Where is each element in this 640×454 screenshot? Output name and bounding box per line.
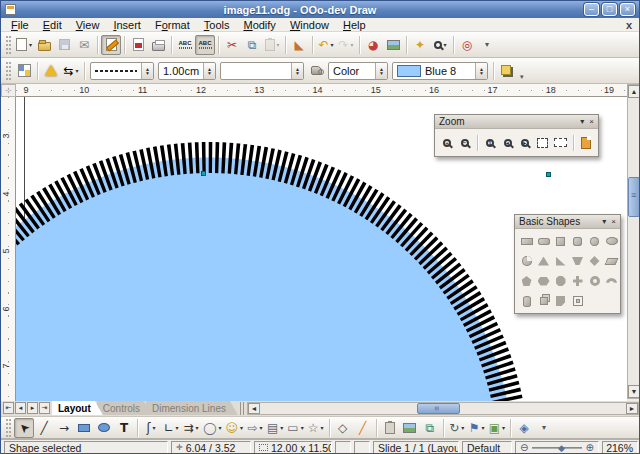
block-arrows-button[interactable]: ⇨▾ bbox=[245, 418, 265, 438]
dropdown-arrow-icon[interactable]: ▾ bbox=[218, 424, 221, 431]
cut-button[interactable]: ✂ bbox=[222, 35, 242, 55]
toolbar-grip[interactable] bbox=[6, 62, 11, 80]
toolbar-overflow-icon[interactable]: ▾ bbox=[520, 73, 524, 81]
zoom-slider-thumb[interactable]: ◆ bbox=[558, 443, 565, 453]
dropdown-arrow-icon[interactable]: ▾ bbox=[29, 41, 32, 48]
shape-octagon-button[interactable] bbox=[552, 273, 569, 289]
toolbar-grip[interactable] bbox=[6, 419, 11, 437]
line-button[interactable]: ╱ bbox=[34, 418, 54, 438]
close-button[interactable]: × bbox=[620, 3, 635, 16]
area-style-select[interactable]: Color ▲▼ bbox=[328, 62, 388, 80]
shape-cube-button[interactable] bbox=[535, 293, 552, 309]
format-paintbrush-button[interactable]: ◣ bbox=[289, 35, 309, 55]
dropdown-arrow-icon[interactable]: ▾ bbox=[331, 41, 334, 48]
save-button[interactable] bbox=[54, 35, 74, 55]
menu-help[interactable]: Help bbox=[336, 19, 373, 31]
menu-insert[interactable]: Insert bbox=[106, 19, 148, 31]
select-button[interactable]: ➤ bbox=[14, 418, 34, 438]
zoom-next-button[interactable]: ▸ bbox=[517, 132, 534, 153]
zoom-in-icon[interactable]: ⊕ bbox=[586, 443, 594, 453]
spinner[interactable]: ▲▼ bbox=[291, 63, 303, 79]
lines-and-arrows-button[interactable]: ⇉▾ bbox=[181, 418, 201, 438]
menu-format[interactable]: Format bbox=[148, 19, 197, 31]
new-document-button[interactable]: ▾ bbox=[14, 35, 34, 55]
callouts-button[interactable]: ▭▾ bbox=[285, 418, 305, 438]
undo-button[interactable]: ↶▾ bbox=[316, 35, 336, 55]
maximize-button[interactable]: □ bbox=[602, 3, 617, 16]
open-button[interactable] bbox=[34, 35, 54, 55]
splitter-handle[interactable] bbox=[240, 402, 244, 415]
shape-rounded-rectangle-button[interactable] bbox=[535, 233, 552, 249]
insert-picture-button[interactable] bbox=[400, 418, 420, 438]
dropdown-arrow-icon[interactable]: ▾ bbox=[153, 424, 156, 431]
dropdown-arrow-icon[interactable]: ▾ bbox=[277, 41, 280, 48]
line-style-select[interactable]: ▲▼ bbox=[90, 62, 154, 80]
area-dialog-button[interactable] bbox=[306, 61, 326, 81]
shadow-button[interactable] bbox=[497, 61, 517, 81]
connector-button[interactable]: ∟▾ bbox=[161, 418, 181, 438]
basic-shapes-titlebar[interactable]: Basic Shapes ▾ × bbox=[515, 215, 620, 229]
dropdown-arrow-icon[interactable]: ▾ bbox=[176, 424, 179, 431]
shape-block-arc-button[interactable] bbox=[603, 273, 620, 289]
dropdown-arrow-icon[interactable]: ▾ bbox=[196, 424, 199, 431]
arrange-button[interactable]: ▣▾ bbox=[487, 418, 507, 438]
dropdown-arrow-icon[interactable]: ▾ bbox=[444, 41, 447, 48]
status-position-cell[interactable]: ✛6.04 / 3.52 bbox=[171, 441, 251, 454]
scroll-up-icon[interactable]: ▲ bbox=[628, 85, 640, 98]
zoom-100-button[interactable]: 1 bbox=[482, 132, 499, 153]
paste-button[interactable]: ▾ bbox=[262, 35, 282, 55]
glue-points-button[interactable]: ╱ bbox=[353, 418, 373, 438]
scroll-down-icon[interactable]: ▼ bbox=[628, 385, 640, 398]
status-slide-cell[interactable]: Slide 1 / 1 (Layout) bbox=[373, 441, 459, 454]
shape-trapezoid-button[interactable] bbox=[569, 253, 586, 269]
auto-spellcheck-button[interactable]: ABC bbox=[195, 35, 215, 55]
scroll-right-icon[interactable]: ► bbox=[626, 403, 638, 414]
menu-window[interactable]: Window bbox=[283, 19, 336, 31]
line-ends-with-arrow-button[interactable]: → bbox=[54, 418, 74, 438]
page-width-button[interactable] bbox=[552, 132, 569, 153]
interaction-button[interactable]: ◈ bbox=[514, 418, 534, 438]
shape-cylinder-button[interactable] bbox=[518, 293, 535, 309]
minimize-button[interactable]: – bbox=[584, 3, 599, 16]
duplicate-button[interactable]: ⧉ bbox=[420, 418, 440, 438]
zoom-out-button[interactable]: − bbox=[457, 132, 474, 153]
fill-color-select[interactable]: Blue 8 ▲▼ bbox=[392, 62, 488, 80]
zoom-previous-button[interactable]: ◂ bbox=[499, 132, 516, 153]
panel-menu-icon[interactable]: ▾ bbox=[580, 118, 584, 126]
ellipse-button[interactable] bbox=[94, 418, 114, 438]
last-page-button[interactable]: ⇥ bbox=[39, 402, 50, 414]
menu-file[interactable]: File bbox=[4, 19, 36, 31]
text-button[interactable]: T bbox=[114, 418, 134, 438]
dropdown-arrow-icon[interactable]: ▾ bbox=[482, 424, 485, 431]
spinner[interactable]: ▲▼ bbox=[141, 63, 153, 79]
horizontal-scroll-thumb[interactable] bbox=[417, 403, 460, 414]
zoom-out-icon[interactable]: ⊖ bbox=[520, 443, 528, 453]
shape-frame-button[interactable] bbox=[569, 293, 586, 309]
shape-circle-pie-button[interactable] bbox=[518, 253, 535, 269]
zoom-slider-track[interactable]: ◆ bbox=[532, 447, 581, 449]
help-button[interactable]: ◎ bbox=[457, 35, 477, 55]
alignment-button[interactable]: ⚑▾ bbox=[467, 418, 487, 438]
dropdown-arrow-icon[interactable]: ▾ bbox=[260, 424, 263, 431]
shape-circle-button[interactable] bbox=[586, 233, 603, 249]
navigator-button[interactable]: ✦ bbox=[410, 35, 430, 55]
shape-rectangle-button[interactable] bbox=[518, 233, 535, 249]
dropdown-arrow-icon[interactable]: ▾ bbox=[461, 424, 464, 431]
zoom-slider[interactable]: ⊖ ◆ ⊕ bbox=[515, 441, 599, 454]
dropdown-arrow-icon[interactable]: ▾ bbox=[351, 41, 354, 48]
next-page-button[interactable]: ▸ bbox=[27, 402, 38, 414]
line-color-select[interactable]: ▲▼ bbox=[220, 62, 304, 80]
spellcheck-button[interactable]: ABC bbox=[175, 35, 195, 55]
arrow-style-button[interactable]: ⇆▾ bbox=[61, 61, 81, 81]
spinner[interactable]: ▲▼ bbox=[475, 63, 487, 79]
shape-cross-button[interactable] bbox=[569, 273, 586, 289]
dropdown-arrow-icon[interactable]: ▾ bbox=[321, 424, 324, 431]
shape-isosceles-triangle-button[interactable] bbox=[535, 253, 552, 269]
vertical-scroll-track[interactable] bbox=[628, 98, 640, 385]
previous-page-button[interactable]: ◂ bbox=[15, 402, 26, 414]
panel-menu-icon[interactable]: ▾ bbox=[602, 218, 606, 226]
export-as-pdf-button[interactable] bbox=[128, 35, 148, 55]
gallery-button[interactable] bbox=[383, 35, 403, 55]
scroll-left-icon[interactable]: ◄ bbox=[248, 403, 260, 414]
horizontal-scroll-track[interactable] bbox=[260, 403, 626, 414]
